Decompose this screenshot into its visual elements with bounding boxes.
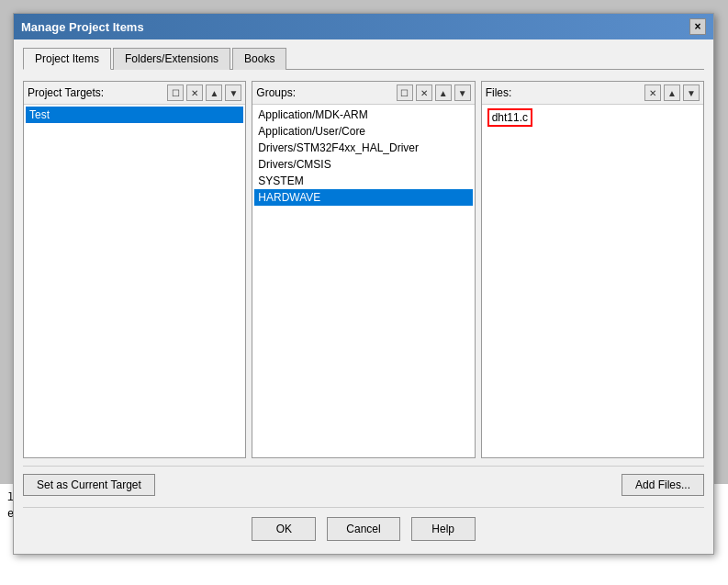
list-item[interactable]: dht11.c bbox=[484, 107, 701, 129]
dialog-close-button[interactable]: × bbox=[689, 18, 706, 35]
dialog-body: Project Items Folders/Extensions Books P… bbox=[14, 39, 713, 554]
files-list[interactable]: dht11.c bbox=[482, 105, 703, 457]
project-targets-label: Project Targets: bbox=[28, 86, 164, 99]
tab-folders-extensions[interactable]: Folders/Extensions bbox=[113, 48, 230, 70]
right-button-area: Add Files... bbox=[364, 474, 704, 496]
cancel-button[interactable]: Cancel bbox=[327, 517, 399, 541]
move-up-file-button[interactable]: ▲ bbox=[664, 84, 680, 101]
set-as-current-target-button[interactable]: Set as Current Target bbox=[23, 474, 155, 496]
groups-label: Groups: bbox=[256, 86, 393, 99]
list-item[interactable]: SYSTEM bbox=[254, 173, 472, 189]
groups-header: Groups: ☐ ✕ ▲ ▼ bbox=[252, 82, 474, 105]
new-target-button[interactable]: ☐ bbox=[167, 84, 184, 101]
tab-project-items[interactable]: Project Items bbox=[23, 48, 111, 70]
list-item[interactable]: Application/User/Core bbox=[254, 123, 472, 140]
move-down-group-button[interactable]: ▼ bbox=[454, 84, 471, 101]
project-targets-panel: Project Targets: ☐ ✕ ▲ ▼ Test bbox=[23, 81, 246, 458]
left-button-area: Set as Current Target bbox=[23, 474, 364, 496]
add-files-button[interactable]: Add Files... bbox=[622, 474, 704, 496]
move-down-file-button[interactable]: ▼ bbox=[683, 84, 700, 101]
move-up-group-button[interactable]: ▲ bbox=[435, 84, 452, 101]
delete-file-button[interactable]: ✕ bbox=[644, 84, 661, 101]
desktop-background: ll = GPIO_NOPULL; eed = GPIO_SPEED_FREQ_… bbox=[0, 0, 728, 585]
files-panel: Files: ✕ ▲ ▼ dht11.c bbox=[481, 81, 704, 458]
dialog-footer: OK Cancel Help bbox=[23, 507, 704, 546]
files-label: Files: bbox=[486, 86, 642, 99]
groups-list[interactable]: Application/MDK-ARM Application/User/Cor… bbox=[252, 105, 474, 457]
list-item[interactable]: Application/MDK-ARM bbox=[254, 107, 472, 123]
delete-group-button[interactable]: ✕ bbox=[416, 84, 432, 101]
ok-button[interactable]: OK bbox=[252, 517, 316, 541]
project-targets-list[interactable]: Test bbox=[24, 105, 245, 457]
panels-area: Project Targets: ☐ ✕ ▲ ▼ Test bbox=[23, 81, 704, 458]
manage-project-items-dialog: Manage Project Items × Project Items Fol… bbox=[13, 13, 714, 555]
lower-buttons-row: Set as Current Target Add Files... bbox=[23, 474, 704, 500]
move-up-target-button[interactable]: ▲ bbox=[206, 84, 222, 101]
dialog-titlebar: Manage Project Items × bbox=[14, 14, 713, 39]
files-header: Files: ✕ ▲ ▼ bbox=[482, 82, 703, 105]
dialog-title: Manage Project Items bbox=[21, 20, 144, 34]
project-targets-header: Project Targets: ☐ ✕ ▲ ▼ bbox=[24, 82, 245, 105]
delete-target-button[interactable]: ✕ bbox=[186, 84, 203, 101]
new-group-button[interactable]: ☐ bbox=[397, 84, 413, 101]
list-item[interactable]: Drivers/CMSIS bbox=[254, 156, 472, 173]
list-item[interactable]: Test bbox=[26, 107, 243, 123]
move-down-target-button[interactable]: ▼ bbox=[225, 84, 241, 101]
list-item[interactable]: Drivers/STM32F4xx_HAL_Driver bbox=[254, 140, 472, 156]
help-button[interactable]: Help bbox=[411, 517, 476, 541]
separator bbox=[23, 466, 704, 467]
list-item[interactable]: HARDWAVE bbox=[254, 189, 472, 206]
file-item-highlighted: dht11.c bbox=[487, 108, 532, 127]
tab-books[interactable]: Books bbox=[232, 48, 286, 70]
groups-panel: Groups: ☐ ✕ ▲ ▼ Application/MDK-ARM Appl… bbox=[252, 81, 475, 458]
tabs-container: Project Items Folders/Extensions Books bbox=[23, 47, 704, 70]
